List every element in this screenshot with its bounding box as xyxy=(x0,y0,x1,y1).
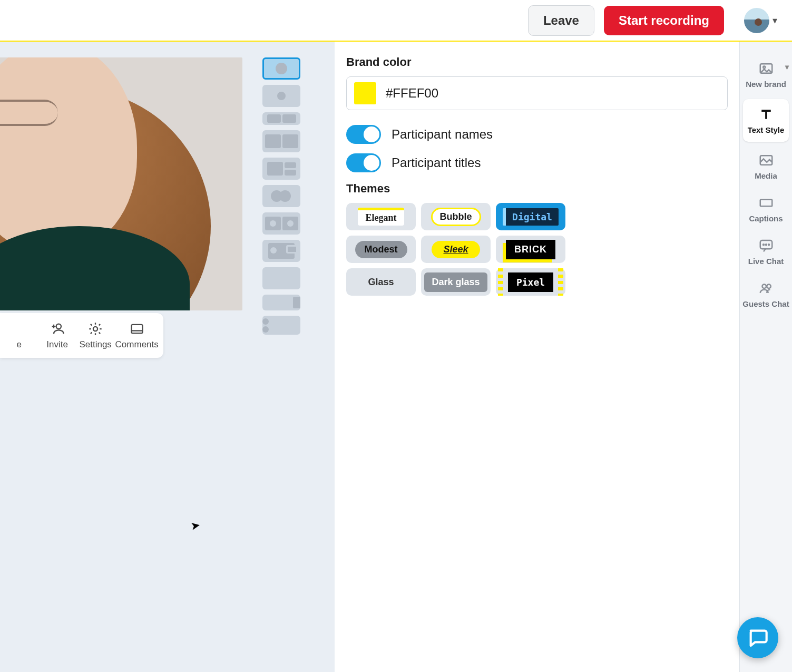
theme-grid: Elegant Bubble Digital Modest Sleek BRIC… xyxy=(346,203,728,296)
theme-dark-glass[interactable]: Dark glass xyxy=(421,268,491,296)
chevron-down-icon: ▾ xyxy=(773,15,777,26)
guests-icon xyxy=(758,280,774,296)
brand-color-heading: Brand color xyxy=(346,55,728,69)
svg-point-9 xyxy=(766,244,767,245)
sidebar-item-guests-chat[interactable]: Guests Chat xyxy=(740,273,792,316)
control-icon xyxy=(12,322,26,336)
layout-picker xyxy=(262,57,300,335)
toggle-titles-label: Participant titles xyxy=(392,155,481,170)
svg-rect-2 xyxy=(131,324,142,333)
text-icon xyxy=(758,106,774,122)
support-chat-fab[interactable] xyxy=(737,617,778,658)
brand-panel: Brand color #FFEF00 Participant names Pa… xyxy=(335,42,739,672)
start-recording-button[interactable]: Start recording xyxy=(604,6,724,35)
sidebar-item-text-style[interactable]: Text Style xyxy=(743,99,789,142)
captions-icon xyxy=(758,195,774,211)
layout-option-two[interactable] xyxy=(262,130,300,152)
svg-point-8 xyxy=(763,244,764,245)
theme-brick[interactable]: BRICK xyxy=(496,236,565,263)
svg-point-12 xyxy=(767,285,771,289)
top-bar: Leave Start recording ▾ xyxy=(0,0,792,42)
right-sidebar: New brand ▾ Text Style Media Captions xyxy=(739,42,792,672)
settings-button[interactable]: Settings xyxy=(77,322,114,350)
svg-point-0 xyxy=(56,324,61,328)
color-swatch xyxy=(354,82,376,104)
toggle-participant-titles[interactable] xyxy=(346,153,381,172)
sidebar-item-new-brand[interactable]: New brand ▾ xyxy=(740,53,792,96)
layout-option-overlap[interactable] xyxy=(262,185,300,207)
layout-option-wide-side[interactable] xyxy=(262,295,300,310)
layout-option-two-people[interactable] xyxy=(262,212,300,235)
invite-button[interactable]: Invite xyxy=(39,322,76,350)
layout-option-single-2[interactable] xyxy=(262,85,300,107)
sidebar-item-captions[interactable]: Captions xyxy=(740,188,792,230)
main-canvas: e Invite Settings Comments xyxy=(0,42,792,672)
cursor-icon: ➤ xyxy=(190,519,201,534)
toggle-names-label: Participant names xyxy=(392,127,493,142)
themes-heading: Themes xyxy=(346,182,728,196)
theme-elegant[interactable]: Elegant xyxy=(346,203,416,230)
call-controls: e Invite Settings Comments xyxy=(0,313,163,358)
toggle-participant-names[interactable] xyxy=(346,125,381,144)
theme-glass[interactable]: Glass xyxy=(346,268,416,296)
sidebar-item-live-chat[interactable]: Live Chat xyxy=(740,230,792,273)
svg-point-4 xyxy=(763,66,765,69)
comments-button[interactable]: Comments xyxy=(115,322,159,350)
theme-pixel[interactable]: Pixel xyxy=(496,268,565,296)
call-control-truncated[interactable]: e xyxy=(1,322,37,350)
media-icon xyxy=(758,152,774,168)
theme-bubble[interactable]: Bubble xyxy=(421,203,491,230)
svg-point-1 xyxy=(93,326,97,330)
chevron-down-icon: ▾ xyxy=(785,63,789,71)
layout-option-blank[interactable] xyxy=(262,267,300,289)
sidebar-item-media[interactable]: Media xyxy=(740,145,792,188)
brand-color-input[interactable]: #FFEF00 xyxy=(346,76,728,110)
comments-icon xyxy=(130,322,144,336)
layout-option-single[interactable] xyxy=(262,57,300,80)
theme-sleek[interactable]: Sleek xyxy=(421,236,491,263)
theme-modest[interactable]: Modest xyxy=(346,236,416,263)
layout-option-pip[interactable] xyxy=(262,240,300,262)
image-icon xyxy=(758,61,774,76)
svg-point-10 xyxy=(768,244,769,245)
layout-option-two-small[interactable] xyxy=(262,112,300,125)
leave-button[interactable]: Leave xyxy=(528,5,594,36)
svg-rect-6 xyxy=(760,200,772,207)
layout-option-1plus2[interactable] xyxy=(262,158,300,180)
gear-icon xyxy=(88,322,103,336)
avatar xyxy=(744,8,769,33)
person-add-icon xyxy=(50,322,65,336)
chat-icon xyxy=(758,238,774,254)
video-preview xyxy=(0,57,242,310)
theme-digital[interactable]: Digital xyxy=(496,203,565,230)
profile-menu[interactable]: ▾ xyxy=(744,8,777,33)
brand-color-value: #FFEF00 xyxy=(386,86,438,101)
svg-point-11 xyxy=(762,285,766,289)
layout-option-stack[interactable] xyxy=(262,316,300,335)
chat-bubble-icon xyxy=(747,627,768,648)
